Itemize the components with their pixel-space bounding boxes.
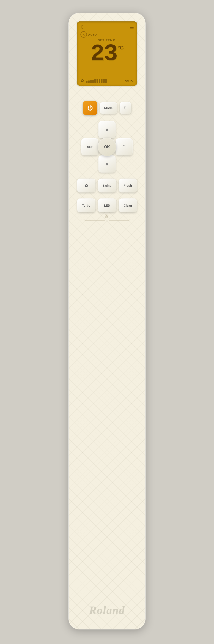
bar-10 xyxy=(105,79,107,83)
ir-bracket-left xyxy=(84,216,105,220)
bar-2 xyxy=(88,80,90,83)
display-battery-icon: ▬ xyxy=(130,25,134,30)
set-button[interactable]: SET xyxy=(81,138,98,156)
turbo-button[interactable]: Turbo xyxy=(77,198,96,212)
display-sleep-icon: ☾ xyxy=(80,24,85,30)
ir-bracket: ⛓ xyxy=(84,216,130,220)
display-temperature: 23 xyxy=(90,42,117,66)
fan-button[interactable]: ✿ xyxy=(77,178,96,192)
bar-4 xyxy=(92,80,94,83)
display-fan-icon: ✿ xyxy=(80,78,84,83)
bar-6 xyxy=(96,79,98,83)
bar-9 xyxy=(103,79,105,83)
clean-button[interactable]: Clean xyxy=(119,198,137,212)
func-row-2: Turbo LED Clean xyxy=(77,198,137,212)
buttons-section: ⏻ Mode ☾ ∧ SET OK ⏱ ∨ ✿ Swing Fresh Turb… xyxy=(75,100,139,220)
bar-5 xyxy=(94,79,96,83)
up-button[interactable]: ∧ xyxy=(98,121,116,138)
ok-button[interactable]: OK xyxy=(98,138,116,156)
ir-bracket-right xyxy=(109,216,130,220)
timer-button[interactable]: ⏱ xyxy=(116,138,133,156)
top-button-row: ⏻ Mode ☾ xyxy=(83,100,132,115)
lcd-display: ☾ ▬ A AUTO SET TEMP. 23 °C ✿ xyxy=(77,22,137,86)
bar-3 xyxy=(90,80,92,83)
fan-icon: ✿ xyxy=(85,183,88,188)
display-auto-label: AUTO xyxy=(88,33,97,36)
led-button[interactable]: LED xyxy=(98,198,116,212)
down-button[interactable]: ∨ xyxy=(98,156,116,172)
display-bottom-row: ✿ AUTO xyxy=(80,78,134,83)
power-button[interactable]: ⏻ xyxy=(83,100,97,115)
display-top-row: ☾ ▬ xyxy=(80,24,134,30)
fresh-button[interactable]: Fresh xyxy=(119,178,137,192)
brand-label: Roland xyxy=(89,591,125,616)
ir-emitter-icon: ⛓ xyxy=(105,214,109,218)
mode-button[interactable]: Mode xyxy=(100,102,117,114)
func-row-1: ✿ Swing Fresh xyxy=(77,178,137,192)
dpad: ∧ SET OK ⏱ ∨ xyxy=(81,121,133,172)
display-temp-row: 23 °C xyxy=(80,42,134,77)
sleep-button[interactable]: ☾ xyxy=(120,102,132,114)
remote-control: ☾ ▬ A AUTO SET TEMP. 23 °C ✿ xyxy=(68,13,146,630)
bar-1 xyxy=(86,81,88,83)
display-fan-auto-label: AUTO xyxy=(125,79,134,82)
display-mode-row: A AUTO xyxy=(80,31,134,38)
bar-8 xyxy=(101,79,102,83)
display-temp-unit: °C xyxy=(118,45,124,51)
bar-7 xyxy=(99,79,100,83)
display-mode-circle: A xyxy=(80,31,87,38)
swing-button[interactable]: Swing xyxy=(98,178,116,192)
display-fan-bars xyxy=(86,78,123,83)
